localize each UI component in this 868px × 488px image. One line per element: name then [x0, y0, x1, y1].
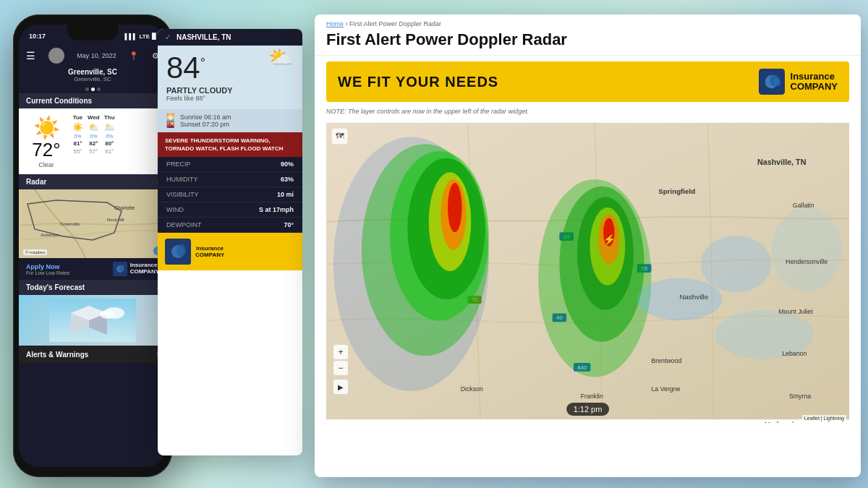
- day-icon-2: 🌥️: [104, 122, 115, 132]
- forecast-image-area: [19, 295, 166, 346]
- time-badge: 1:12 pm: [566, 403, 610, 416]
- day-label-0: Tue: [73, 114, 83, 121]
- low-1: 57°: [89, 148, 98, 155]
- svg-point-38: [448, 183, 462, 232]
- right-ad-company-line1: Insurance: [791, 72, 838, 82]
- svg-point-13: [100, 310, 114, 319]
- svg-point-16: [176, 244, 186, 256]
- breadcrumb-sep: ›: [346, 20, 348, 27]
- radar-label: Radar: [26, 178, 46, 186]
- sunset-text: Sunset 07:20 pm: [180, 121, 229, 128]
- svg-point-49: [772, 207, 843, 292]
- right-ad-logo: Insurance COMPANY: [759, 69, 838, 95]
- note-text: NOTE: The layer controls are now in the …: [326, 108, 849, 115]
- current-conditions-label: Current Conditions: [26, 97, 92, 105]
- right-ad-text: WE FIT YOUR NEEDS: [338, 74, 498, 90]
- middle-top-bar: ✓ NASHVILLE, TN: [158, 29, 302, 46]
- middle-ad[interactable]: Insurance COMPANY: [158, 233, 302, 270]
- forecast-label: Today's Forecast: [26, 283, 85, 291]
- day-icon-1: ⛅: [88, 122, 99, 132]
- lte-label: LTE: [139, 33, 150, 40]
- play-button[interactable]: ▶: [333, 380, 348, 394]
- radar-container: 24 40 65 840 70: [326, 119, 849, 423]
- right-ad-banner[interactable]: WE FIT YOUR NEEDS Insurance COMPANY: [326, 61, 849, 102]
- day-label-1: Wed: [88, 114, 100, 121]
- svg-text:Hendersonville: Hendersonville: [786, 258, 827, 265]
- current-conditions-header[interactable]: Current Conditions ›: [19, 93, 166, 108]
- svg-text:La Vergne: La Vergne: [651, 385, 680, 393]
- phone-screen: 10:17 ▌▌▌ LTE ▉ ☰ May 10, 2022 📍 ⚙ Gre: [19, 25, 166, 467]
- svg-text:Brentwood: Brentwood: [651, 357, 681, 364]
- phone-body: 10:17 ▌▌▌ LTE ▉ ☰ May 10, 2022 📍 ⚙ Gre: [13, 14, 172, 477]
- forecast-day-thu: Thu 🌥️ 0% 80° 61°: [104, 114, 115, 168]
- radar-header[interactable]: Radar ›: [19, 174, 166, 189]
- page-title: First Alert Power Doppler Radar: [326, 30, 849, 49]
- sunset-row: 🌇 Sunset 07:20 pm: [166, 121, 294, 128]
- warning-text: SEVERE THUNDERSTORM WARNING, TORNADO WAT…: [165, 137, 284, 152]
- svg-text:Dickson: Dickson: [461, 385, 483, 393]
- sunrise-row: 🌅 Sunrise 06:16 am: [166, 114, 294, 121]
- middle-big-temp: 84°: [166, 53, 205, 83]
- breadcrumb-home[interactable]: Home: [326, 20, 344, 27]
- detail-row-precip: PRECIP 90%: [158, 157, 302, 172]
- location-pin-icon[interactable]: 📍: [129, 51, 139, 61]
- signal-icon: ▌▌▌: [124, 33, 137, 40]
- detail-row-humidity: HUMIDITY 63%: [158, 172, 302, 187]
- svg-text:Murfreesboro: Murfreesboro: [765, 420, 807, 423]
- radar-map: Charlotte Rock Hill Greenville Anderson …: [19, 189, 166, 258]
- high-2: 80°: [105, 140, 114, 147]
- breadcrumb-current: First Alert Power Doppler Radar: [349, 20, 441, 27]
- right-ad-company-line2: COMPANY: [791, 82, 838, 92]
- partly-cloudy-icon: ⛅: [268, 46, 294, 69]
- svg-point-7: [119, 265, 124, 272]
- avatar-icon: [48, 48, 64, 64]
- detail-row-wind: WIND S at 17mph: [158, 202, 302, 218]
- zoom-in-button[interactable]: +: [333, 345, 348, 359]
- map-controls: + − ▶: [333, 345, 348, 394]
- right-header: Home › First Alert Power Doppler Radar F…: [315, 14, 861, 56]
- detail-row-visibility: VISIBILITY 10 mi: [158, 187, 302, 202]
- svg-text:Mount Juliet: Mount Juliet: [778, 308, 813, 315]
- svg-text:⚡: ⚡: [603, 234, 616, 246]
- svg-text:Charlotte: Charlotte: [114, 205, 135, 210]
- ad-logo: Insurance COMPANY: [113, 262, 159, 276]
- precip-2: 0%: [106, 134, 113, 139]
- status-time: 10:17: [29, 33, 46, 40]
- right-panel: Home › First Alert Power Doppler Radar F…: [315, 14, 861, 477]
- middle-company-line2: COMPANY: [195, 252, 224, 258]
- svg-text:Franklin: Franklin: [581, 393, 603, 400]
- day-label-2: Thu: [104, 114, 115, 121]
- low-2: 61°: [105, 148, 114, 155]
- radar-section[interactable]: Charlotte Rock Hill Greenville Anderson …: [19, 189, 166, 258]
- todays-forecast-header[interactable]: Today's Forecast ›: [19, 280, 166, 295]
- forecast-day-wed: Wed ⛅ 0% 82° 57°: [88, 114, 100, 168]
- zoom-out-button[interactable]: −: [333, 361, 348, 375]
- svg-text:Greenville: Greenville: [60, 222, 80, 226]
- high-1: 82°: [89, 140, 98, 147]
- hamburger-icon[interactable]: ☰: [26, 50, 35, 61]
- current-conditions-body: ☀️ 72° Clear Tue ☀️ 0% 81° 55° Wed ⛅: [19, 108, 166, 174]
- svg-point-20: [774, 78, 780, 87]
- sunrise-icon: 🌅: [166, 114, 174, 121]
- location-name: Greenville, SC: [19, 68, 166, 76]
- phone-header: ☰ May 10, 2022 📍 ⚙: [19, 45, 166, 68]
- alerts-section[interactable]: Alerts & Warnings ›: [19, 346, 166, 363]
- ad-rates-text: For Low Low Rates: [26, 270, 69, 275]
- svg-text:🗺: 🗺: [336, 131, 344, 140]
- right-ad-logo-icon: [759, 69, 785, 95]
- dot-3: [97, 87, 101, 91]
- svg-text:Gallatin: Gallatin: [793, 202, 814, 209]
- middle-feels-like: Feels like 88°: [166, 95, 294, 102]
- location-sub: Greenville, SC: [19, 76, 166, 82]
- breadcrumb: Home › First Alert Power Doppler Radar: [326, 20, 849, 27]
- page-dots: [19, 85, 166, 93]
- sun-icon: ☀️: [25, 117, 68, 139]
- ad-banner[interactable]: Apply Now For Low Low Rates Insurance CO…: [19, 258, 166, 280]
- dot-2: [91, 87, 95, 91]
- svg-text:Nashville, TN: Nashville, TN: [757, 158, 807, 166]
- middle-main-weather: 84° ⛅ PARTLY CLOUDY Feels like 88°: [158, 46, 302, 109]
- mapbox-credit: © mapbox: [23, 249, 47, 255]
- header-date: May 10, 2022: [77, 52, 116, 59]
- middle-condition: PARTLY CLOUDY: [166, 86, 294, 95]
- sun-times: 🌅 Sunrise 06:16 am 🌇 Sunset 07:20 pm: [158, 109, 302, 132]
